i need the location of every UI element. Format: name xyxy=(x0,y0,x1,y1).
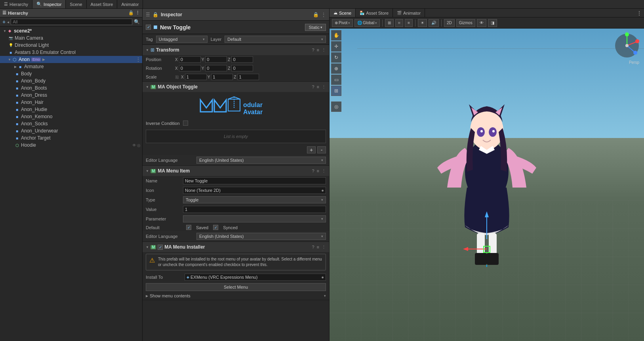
hierarchy-item-scene2[interactable]: ▼ ◈ scene2* xyxy=(0,27,142,34)
hierarchy-item-anon-kemono[interactable]: ■ Anon_Kemono xyxy=(0,113,142,120)
snap-settings-btn[interactable]: ≡ xyxy=(405,19,413,27)
ma-mi-editor-lang-dropdown[interactable]: English (United States) ▾ xyxy=(196,233,326,240)
list-add-btn[interactable]: + xyxy=(307,146,316,153)
scale-x-input[interactable] xyxy=(185,74,207,80)
pos-y-input[interactable] xyxy=(205,56,227,63)
scale-y-input[interactable] xyxy=(211,74,233,80)
scene-move-tool[interactable]: ✛ xyxy=(331,41,341,52)
inspector-lock-btn[interactable]: 🔒 xyxy=(313,12,319,17)
ma-ot-help-icon[interactable]: ? xyxy=(312,84,314,90)
asset-store-tab[interactable]: Asset Store xyxy=(87,0,118,8)
hierarchy-item-anon[interactable]: ▼ ⬡ Anon Emo ▶ ⋮ xyxy=(0,56,142,63)
scene-scale-tool[interactable]: ⊕ xyxy=(331,63,341,74)
pos-z-input[interactable] xyxy=(231,56,253,63)
hierarchy-item-anchor-target[interactable]: ■ Anchor Target xyxy=(0,134,142,142)
ma-mi-value-input[interactable] xyxy=(183,206,326,213)
transform-help-icon[interactable]: ? xyxy=(312,48,314,53)
scene-hand-tool[interactable]: ✋ xyxy=(331,30,341,40)
hierarchy-item-anon-hair[interactable]: ■ Anon_Hair xyxy=(0,99,142,106)
ma-mi-dots-icon[interactable]: ⋮ xyxy=(322,169,326,174)
2d-btn[interactable]: 2D xyxy=(444,19,455,27)
scale-z-input[interactable] xyxy=(237,74,259,80)
hierarchy-search-input[interactable] xyxy=(11,19,132,25)
rot-z-input[interactable] xyxy=(231,65,253,71)
hierarchy-dots-icon[interactable]: ⋮ xyxy=(135,10,140,15)
gizmos-btn[interactable]: Gizmos xyxy=(456,19,475,27)
global-btn[interactable]: 🌐 Global ▾ xyxy=(354,19,380,27)
ma-menu-installer-header[interactable]: ▼ M ✓ MA Menu Installer ? ≡ ⋮ xyxy=(143,242,329,252)
hierarchy-item-anon-underwear[interactable]: ■ Anon_Underwear xyxy=(0,127,142,134)
ma-minstall-settings-icon[interactable]: ≡ xyxy=(317,245,319,250)
transform-header[interactable]: ▼ ⊞ Transform ? ≡ ⋮ xyxy=(143,45,329,55)
synced-checkbox[interactable]: ✓ xyxy=(213,225,218,230)
layer-icon[interactable]: ◎ xyxy=(137,143,141,148)
install-to-field[interactable]: ◈ EXMenu (VRC Expressions Menu) ● xyxy=(185,274,326,281)
ma-menu-item-header[interactable]: ▼ M MA Menu Item ? ≡ ⋮ xyxy=(143,166,329,176)
go-name-field[interactable]: New Toggle xyxy=(160,24,303,31)
ma-mi-settings-icon[interactable]: ≡ xyxy=(317,169,319,174)
ma-ot-dots-icon[interactable]: ⋮ xyxy=(322,84,326,90)
hierarchy-item-directional-light[interactable]: 💡 Directional Light xyxy=(0,42,142,49)
hierarchy-item-hoodie[interactable]: ⬡ Hoodie 👁 ◎ xyxy=(0,142,142,149)
scene-custom-tool[interactable]: ◎ xyxy=(331,102,341,112)
scene-rotate-tool[interactable]: ↻ xyxy=(331,52,341,63)
ma-minstall-enabled-checkbox[interactable]: ✓ xyxy=(158,245,163,250)
hierarchy-item-anon-boots[interactable]: ■ Anon_Boots xyxy=(0,84,142,92)
rot-y-input[interactable] xyxy=(205,65,227,71)
pivot-btn[interactable]: ⊕ Pivot ▾ xyxy=(332,19,353,27)
hierarchy-item-avatars30[interactable]: ■ Avatars 3.0 Emulator Control xyxy=(0,49,142,56)
inverse-condition-checkbox[interactable] xyxy=(183,121,188,126)
hierarchy-more-icon[interactable]: ⋮ xyxy=(136,57,141,62)
hierarchy-lock-icon[interactable]: 🔒 xyxy=(128,10,134,15)
ma-ot-settings-icon[interactable]: ≡ xyxy=(317,84,319,90)
hierarchy-item-anon-socks[interactable]: ■ Anon_Socks xyxy=(0,120,142,127)
render-toggle-btn[interactable]: ◨ xyxy=(488,19,497,27)
layer-dropdown[interactable]: Default ▾ xyxy=(225,36,326,43)
light-toggle-btn[interactable]: ☀ xyxy=(418,19,427,27)
eye-icon[interactable]: 👁 xyxy=(132,143,136,148)
vertex-snap-btn[interactable]: ⌗ xyxy=(395,19,403,27)
transform-settings-icon[interactable]: ≡ xyxy=(317,48,319,53)
inspector-dots-btn[interactable]: ⋮ xyxy=(321,12,326,17)
scene-rect-tool[interactable]: ▭ xyxy=(331,75,341,85)
ma-mi-name-input[interactable] xyxy=(183,177,326,184)
scene-view-tab[interactable]: ⛰ Scene xyxy=(330,9,356,17)
grid-snap-btn[interactable]: ⊞ xyxy=(385,19,394,27)
audio-toggle-btn[interactable]: 🔊 xyxy=(429,19,439,27)
scale-link-icon[interactable]: ⛓ xyxy=(175,75,179,79)
hierarchy-item-anon-body[interactable]: ■ Anon_Body xyxy=(0,77,142,84)
scene-panel-dots[interactable]: ⋮ xyxy=(637,10,644,16)
show-menu-contents-row[interactable]: ▶ Show menu contents ▾ xyxy=(143,292,329,300)
transform-dots-icon[interactable]: ⋮ xyxy=(322,48,326,53)
saved-checkbox[interactable]: ✓ xyxy=(186,225,191,230)
static-dropdown[interactable]: Static ▾ xyxy=(305,24,326,31)
inspector-tab[interactable]: 🔍 Inspector xyxy=(32,0,66,8)
ma-mi-icon-field[interactable]: None (Texture 2D) ● xyxy=(183,187,326,194)
scene-transform-tool[interactable]: ⊞ xyxy=(331,86,341,96)
ma-mi-help-icon[interactable]: ? xyxy=(312,169,314,174)
eye-toggle-btn[interactable]: 👁 xyxy=(477,19,486,27)
list-remove-btn[interactable]: - xyxy=(317,146,326,153)
ma-minstall-help-icon[interactable]: ? xyxy=(312,245,314,250)
tag-dropdown[interactable]: Untagged ▾ xyxy=(156,36,208,43)
ma-mi-parameter-dropdown[interactable]: ▾ xyxy=(183,215,326,222)
hierarchy-item-armature[interactable]: ▶ ■ Armature xyxy=(0,63,142,70)
rot-x-input[interactable] xyxy=(179,65,201,71)
hierarchy-item-anon-hudie[interactable]: ■ Anon_Hudie xyxy=(0,106,142,113)
hierarchy-add-btn[interactable]: + xyxy=(2,19,6,25)
scene-tab-top[interactable]: Scene xyxy=(66,0,86,8)
ma-mi-type-dropdown[interactable]: Toggle ▾ xyxy=(183,196,326,203)
hierarchy-item-body[interactable]: ■ Body xyxy=(0,70,142,77)
ma-minstall-dots-icon[interactable]: ⋮ xyxy=(322,245,326,250)
asset-store-view-tab[interactable]: 🏪 Asset Store xyxy=(356,9,393,17)
hierarchy-item-main-camera[interactable]: 📷 Main Camera xyxy=(0,34,142,42)
animator-tab[interactable]: Animator xyxy=(117,0,143,8)
animator-view-tab[interactable]: 🎬 Animator xyxy=(393,9,425,17)
go-enabled-checkbox[interactable]: ✓ xyxy=(146,25,151,30)
hierarchy-item-anon-dress[interactable]: ■ Anon_Dress xyxy=(0,92,142,99)
select-menu-btn[interactable]: Select Menu xyxy=(146,283,326,291)
pos-x-input[interactable] xyxy=(179,56,201,63)
hierarchy-back-btn[interactable]: ◂ xyxy=(7,20,9,24)
ma-ot-editor-lang-dropdown[interactable]: English (United States) ▾ xyxy=(196,157,326,164)
ma-object-toggle-header[interactable]: ▼ M MA Object Toggle ? ≡ ⋮ xyxy=(143,82,329,92)
